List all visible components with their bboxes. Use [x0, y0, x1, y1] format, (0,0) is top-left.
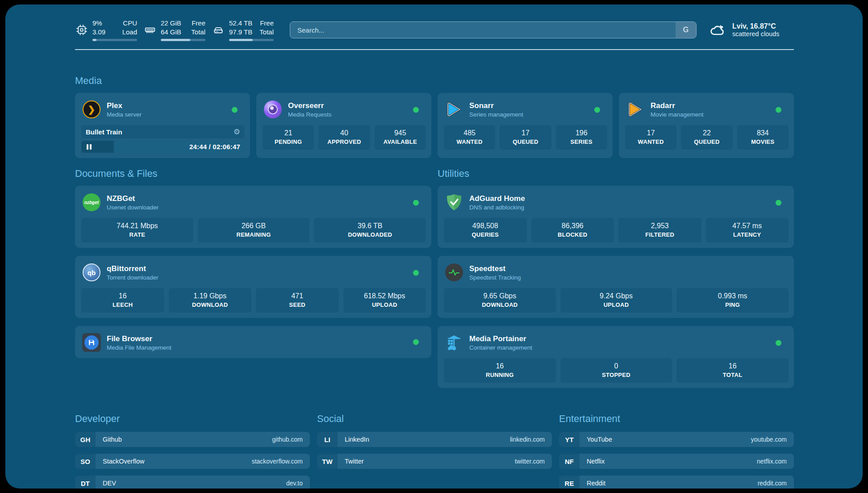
bookmark-name: Github: [103, 436, 272, 443]
cpu-load-label: Load: [122, 28, 137, 37]
cpu-icon: [75, 24, 88, 36]
radarr-icon: [626, 100, 645, 119]
memory-stat: 22 GiB 64 GiB Free Total: [143, 19, 205, 41]
app-card-plex[interactable]: ❯ Plex Media server Bullet Train ⚙ 24:44…: [75, 93, 250, 158]
playback-progress-bar[interactable]: 24:44 / 02:06:47: [81, 141, 245, 153]
now-playing-row: Bullet Train ⚙: [81, 125, 245, 138]
stat-tile: 945 AVAILABLE: [375, 125, 426, 150]
qbittorrent-icon: qb: [82, 263, 101, 282]
app-name: Overseerr: [288, 101, 425, 110]
app-subtitle: Media server: [107, 111, 244, 118]
bookmark-stackoverflow[interactable]: SO StackOverflow stackoverflow.com: [75, 454, 310, 469]
stat-tile: 16 TOTAL: [676, 358, 789, 383]
system-stats: 9% 3.09 CPU Load: [75, 19, 274, 41]
header-divider: [75, 49, 794, 50]
stat-tile: 86,396 BLOCKED: [531, 218, 614, 242]
nzbget-icon: nzbget: [82, 193, 101, 212]
app-card-sonarr[interactable]: Sonarr Series management 485 WANTED 17 Q…: [438, 93, 613, 158]
bookmark-abbr: DT: [75, 476, 96, 489]
status-indicator: [413, 339, 419, 345]
playback-time: 24:44 / 02:06:47: [189, 143, 245, 150]
app-card-overseerr[interactable]: Overseerr Media Requests 21 PENDING 40 A…: [256, 93, 431, 158]
bookmark-name: LinkedIn: [345, 436, 510, 443]
bookmark-twitter[interactable]: TW Twitter twitter.com: [317, 454, 552, 469]
bookmark-url: youtube.com: [751, 436, 787, 443]
status-indicator: [776, 107, 781, 113]
app-subtitle: Container management: [469, 344, 788, 351]
status-indicator: [594, 107, 600, 113]
bookmark-dev[interactable]: DT DEV dev.to: [75, 476, 310, 489]
stat-tile: 0.993 ms PING: [676, 288, 789, 313]
stat-tile: 40 APPROVED: [318, 125, 370, 150]
stat-tile: 17 WANTED: [625, 125, 676, 150]
app-name: Radarr: [651, 101, 788, 110]
stat-tile: 9.65 Gbps DOWNLOAD: [444, 288, 556, 313]
status-indicator: [413, 107, 419, 113]
section-developer: Developer GH Github github.com SO StackO…: [75, 413, 310, 489]
media-settings-icon[interactable]: ⚙: [234, 128, 240, 136]
bookmark-name: YouTube: [587, 436, 751, 443]
section-social: Social LI LinkedIn linkedin.com TW Twitt…: [317, 413, 552, 489]
app-card-portainer[interactable]: Media Portainer Container management 16 …: [438, 326, 794, 388]
cpu-usage-value: 9%: [92, 19, 105, 28]
app-name: Sonarr: [469, 101, 606, 110]
top-bar: 9% 3.09 CPU Load: [75, 19, 794, 41]
bookmark-abbr: RE: [559, 476, 580, 489]
stat-tile: 618.52 Mbps UPLOAD: [343, 288, 426, 313]
app-card-qbittorrent[interactable]: qb qBittorrent Torrent downloader 16 LEE…: [75, 256, 431, 318]
bookmark-linkedin[interactable]: LI LinkedIn linkedin.com: [317, 432, 552, 447]
bookmark-abbr: LI: [317, 432, 338, 447]
stat-tile: 471 SEED: [256, 288, 339, 313]
bookmark-netflix[interactable]: NF Netflix netflix.com: [559, 454, 794, 469]
bookmark-reddit[interactable]: RE Reddit reddit.com: [559, 476, 794, 489]
app-subtitle: Usenet downloader: [107, 204, 425, 211]
status-indicator: [413, 200, 419, 206]
disk-icon: [212, 24, 225, 36]
weather-widget: Lviv, 16.87°C scattered clouds: [709, 22, 794, 38]
stat-tile: 9.24 Gbps UPLOAD: [560, 288, 672, 313]
sonarr-icon: [445, 100, 463, 119]
disk-total-label: Total: [259, 28, 274, 37]
app-card-adguard[interactable]: AdGuard Home DNS and adblocking 498,508 …: [438, 186, 794, 248]
disk-total-value: 97.9 TB: [229, 28, 252, 37]
app-name: Speedtest: [469, 264, 788, 273]
app-card-radarr[interactable]: Radarr Movie management 17 WANTED 22 QUE…: [619, 93, 794, 158]
app-card-filebrowser[interactable]: File Browser Media File Management: [75, 326, 431, 358]
search-input[interactable]: [290, 22, 676, 38]
app-name: qBittorrent: [107, 264, 425, 273]
app-subtitle: Speedtest Tracking: [469, 274, 788, 281]
search-engine-button[interactable]: G: [676, 22, 696, 38]
stat-tile: 0 STOPPED: [560, 358, 672, 383]
stat-tile: 266 GB REMAINING: [198, 218, 310, 242]
app-card-nzbget[interactable]: nzbget NZBGet Usenet downloader 744.21 M…: [75, 186, 431, 248]
disk-free-label: Free: [259, 19, 274, 28]
search-bar: G: [290, 21, 697, 38]
bookmark-name: Twitter: [345, 458, 515, 465]
bookmark-abbr: SO: [75, 454, 96, 469]
adguard-icon: [445, 193, 463, 212]
bookmark-github[interactable]: GH Github github.com: [75, 432, 310, 447]
stat-tile: 744.21 Mbps RATE: [81, 218, 193, 242]
stat-tile: 16 LEECH: [81, 288, 164, 313]
bookmark-name: StackOverflow: [103, 458, 252, 465]
bookmark-url: linkedin.com: [510, 436, 545, 443]
cpu-usage-label: CPU: [122, 19, 137, 28]
section-utilities: Utilities AdGuard Home: [438, 168, 794, 388]
bookmark-url: stackoverflow.com: [252, 458, 303, 465]
bookmark-name: DEV: [103, 480, 286, 487]
stat-tile: 498,508 QUERIES: [444, 218, 527, 242]
stat-tile: 39.6 TB DOWNLOADED: [314, 218, 426, 242]
stat-tile: 2,953 FILTERED: [618, 218, 701, 242]
stat-tile: 47.57 ms LATENCY: [706, 218, 789, 242]
app-card-speedtest[interactable]: Speedtest Speedtest Tracking 9.65 Gbps D…: [438, 256, 794, 318]
weather-location: Lviv, 16.87°C: [732, 22, 780, 30]
pause-icon[interactable]: [87, 144, 92, 150]
section-entertainment: Entertainment YT YouTube youtube.com NF …: [559, 413, 794, 489]
bookmark-url: dev.to: [286, 480, 303, 487]
bookmark-youtube[interactable]: YT YouTube youtube.com: [559, 432, 794, 447]
bookmark-name: Netflix: [587, 458, 757, 465]
memory-free-value: 22 GiB: [161, 19, 181, 28]
section-title-media: Media: [75, 75, 794, 87]
status-indicator: [232, 107, 238, 113]
app-name: Media Portainer: [469, 334, 788, 343]
